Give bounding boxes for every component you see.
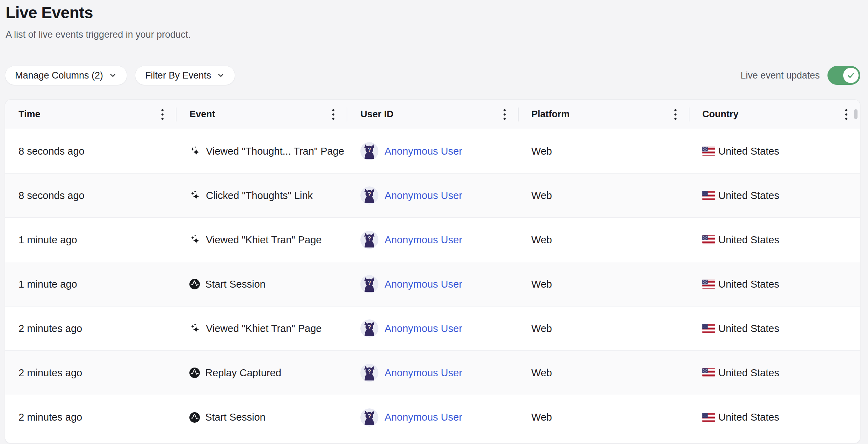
anonymous-user-link[interactable]: Anonymous User [384,412,462,423]
anonymous-avatar: ? [360,142,378,160]
svg-text:?: ? [368,280,371,286]
chevron-down-icon [217,71,225,80]
live-updates-label: Live event updates [740,70,820,81]
anonymous-user-link[interactable]: Anonymous User [384,190,462,201]
event-cell: Clicked "Thoughts" Link [176,190,347,201]
country-label: United States [718,367,779,379]
amplitude-icon [189,368,200,378]
event-label: Start Session [205,412,265,423]
column-menu-button[interactable] [500,106,509,123]
anonymous-user-link[interactable]: Anonymous User [384,234,462,246]
time-cell-text: 1 minute ago [19,234,77,246]
column-menu-button[interactable] [842,106,851,123]
time-cell-text: 2 minutes ago [19,412,82,423]
event-label: Viewed "Khiet Tran" Page [206,234,321,246]
amplitude-icon [189,412,200,423]
user-cell: ? Anonymous User [347,408,518,427]
time-cell: 8 seconds ago [5,190,176,201]
platform-cell: Web [518,412,689,423]
table-row[interactable]: 8 seconds ago Clicked "Thoughts" Link [5,173,860,218]
anonymous-user-link[interactable]: Anonymous User [384,146,462,157]
live-events-page: Live Events A list of live events trigge… [0,0,868,444]
time-cell-text: 8 seconds ago [19,146,85,157]
table-row[interactable]: 2 minutes ago Replay Captured [5,351,860,395]
table-row[interactable]: 2 minutes ago Start Session [5,395,860,439]
manage-columns-button[interactable]: Manage Columns (2) [5,66,127,85]
time-cell-text: 1 minute ago [19,279,77,290]
event-cell: Viewed "Khiet Tran" Page [176,234,347,246]
column-header-platform: Platform [518,100,689,129]
time-cell: 2 minutes ago [5,412,176,423]
chevron-down-icon [109,71,117,80]
table-row[interactable]: 8 seconds ago Viewed "Thought... Tran" P… [5,129,860,173]
column-menu-button[interactable] [158,106,167,123]
anonymous-avatar: ? [360,231,378,249]
svg-text:?: ? [368,413,371,419]
time-cell-text: 2 minutes ago [19,367,82,379]
event-label: Clicked "Thoughts" Link [206,190,313,201]
us-flag-icon [702,413,715,422]
anonymous-avatar: ? [360,275,378,293]
events-table: Time Event User ID Platform Country [5,99,860,443]
anonymous-avatar: ? [360,408,378,427]
svg-text:?: ? [368,324,371,330]
platform-cell: Web [518,323,689,334]
platform-cell-text: Web [531,323,552,334]
country-cell: United States [689,279,860,290]
sparkle-icon [189,234,201,245]
user-cell: ? Anonymous User [347,142,518,160]
column-menu-button[interactable] [329,106,338,123]
page-title: Live Events [6,3,93,22]
us-flag-icon [702,235,715,244]
anonymous-avatar: ? [360,186,378,205]
country-cell: United States [689,323,860,334]
table-row[interactable]: 1 minute ago Start Session [5,262,860,306]
user-cell: ? Anonymous User [347,364,518,382]
column-label: User ID [360,109,393,120]
us-flag-icon [702,324,715,333]
table-row[interactable]: 2 minutes ago Viewed "Khiet Tran" Page [5,306,860,351]
filter-by-events-label: Filter By Events [145,70,211,81]
svg-text:?: ? [368,147,371,153]
anonymous-user-link[interactable]: Anonymous User [384,279,462,290]
sparkle-icon [189,146,201,157]
time-cell: 2 minutes ago [5,367,176,379]
country-label: United States [718,323,779,334]
column-header-country: Country [689,100,860,129]
event-label: Viewed "Khiet Tran" Page [206,323,321,334]
column-header-user-id: User ID [347,100,518,129]
platform-cell-text: Web [531,190,552,201]
time-cell-text: 2 minutes ago [19,323,82,334]
event-cell: Replay Captured [176,367,347,379]
us-flag-icon [702,280,715,289]
platform-cell-text: Web [531,412,552,423]
event-cell: Viewed "Khiet Tran" Page [176,323,347,334]
user-cell: ? Anonymous User [347,231,518,249]
column-menu-button[interactable] [671,106,680,123]
anonymous-avatar: ? [360,319,378,338]
country-cell: United States [689,412,860,423]
sparkle-icon [189,190,201,201]
country-cell: United States [689,234,860,246]
column-label: Country [702,109,739,120]
svg-text:?: ? [368,236,371,242]
toolbar: Manage Columns (2) Filter By Events Live… [5,66,860,85]
time-cell: 2 minutes ago [5,323,176,334]
amplitude-icon [189,279,200,289]
country-cell: United States [689,190,860,201]
live-updates-control: Live event updates [740,66,860,85]
country-label: United States [718,146,779,157]
anonymous-user-link[interactable]: Anonymous User [384,367,462,379]
time-cell: 1 minute ago [5,279,176,290]
table-body: 8 seconds ago Viewed "Thought... Tran" P… [5,129,860,439]
country-cell: United States [689,367,860,379]
table-header: Time Event User ID Platform Country [5,100,860,129]
event-label: Replay Captured [205,367,281,379]
country-label: United States [718,412,779,423]
filter-by-events-button[interactable]: Filter By Events [135,66,235,85]
anonymous-user-link[interactable]: Anonymous User [384,323,462,334]
live-updates-toggle[interactable] [827,66,860,85]
scrollbar-thumb[interactable] [854,109,858,119]
country-label: United States [718,234,779,246]
table-row[interactable]: 1 minute ago Viewed "Khiet Tran" Page [5,218,860,262]
